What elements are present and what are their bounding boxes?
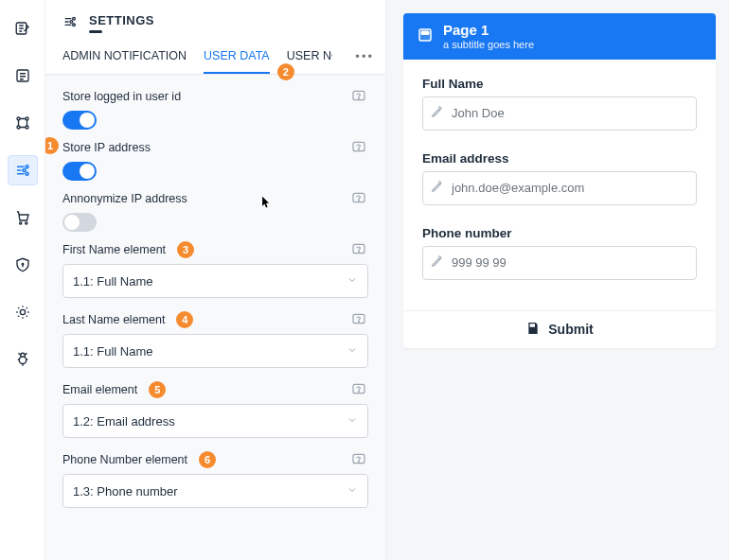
svg-point-8	[26, 172, 28, 175]
svg-point-9	[19, 222, 21, 224]
settings-tabs: ADMIN NOTIFICATION USER DATA 2 USER NOTI…	[45, 39, 385, 75]
svg-point-16	[73, 24, 76, 26]
pen-icon	[431, 254, 444, 271]
help-icon[interactable]	[351, 190, 368, 207]
svg-point-30	[359, 461, 360, 462]
badge-3: 3	[177, 241, 194, 258]
svg-point-28	[359, 391, 360, 392]
row-phone-element: Phone Number element 6 1.3: Phone number	[62, 451, 368, 508]
rail-item-2[interactable]	[8, 61, 38, 91]
tab-user-data[interactable]: USER DATA 2	[204, 39, 270, 74]
rail-item-1[interactable]	[8, 13, 38, 44]
svg-point-5	[26, 126, 28, 129]
sliders-icon	[62, 14, 78, 32]
label-full-name: Full Name	[422, 77, 697, 91]
rail-item-3[interactable]	[8, 108, 38, 138]
badge-2: 2	[277, 63, 294, 80]
input-full-name[interactable]: John Doe	[422, 96, 697, 131]
input-phone-placeholder: 999 99 99	[452, 255, 507, 270]
badge-1: 1	[45, 137, 59, 154]
row-store-user-id: Store logged in user id	[62, 88, 368, 130]
pen-icon	[431, 180, 444, 196]
form-subtitle: a subtitle goes here	[443, 39, 534, 50]
svg-point-11	[22, 264, 24, 266]
chevron-down-icon	[347, 344, 358, 359]
svg-point-7	[23, 169, 26, 172]
rail-item-5[interactable]	[8, 202, 38, 233]
label-store-ip: Store IP address	[62, 141, 151, 154]
svg-point-14	[73, 17, 76, 20]
select-email-value: 1.2: Email address	[73, 414, 175, 429]
tabs-overflow[interactable]: •••	[349, 49, 380, 63]
label-anon-ip: Annonymize IP address	[62, 192, 187, 205]
select-phone-value: 1.3: Phone number	[73, 484, 178, 499]
form-body: Full Name John Doe Email address john.do…	[403, 60, 716, 310]
input-email[interactable]: john.doe@example.com	[422, 171, 697, 205]
badge-6: 6	[199, 451, 216, 468]
select-last-name-value: 1.1: Full Name	[73, 344, 153, 359]
input-email-placeholder: john.doe@example.com	[452, 181, 584, 195]
row-last-name: Last Name element 4 1.1: Full Name	[62, 311, 368, 368]
save-icon	[525, 321, 541, 339]
select-first-name[interactable]: 1.1: Full Name	[62, 264, 368, 298]
field-email: Email address john.doe@example.com	[422, 151, 697, 205]
rail-item-settings[interactable]	[8, 155, 38, 185]
help-icon[interactable]	[351, 88, 368, 105]
help-icon[interactable]	[351, 139, 368, 156]
svg-point-10	[25, 222, 27, 224]
row-first-name: First Name element 3 1.1: Full Name	[62, 241, 368, 298]
input-full-name-placeholder: John Doe	[452, 106, 505, 120]
settings-body: Store logged in user id 1 Store IP addre…	[45, 75, 385, 560]
select-email-element[interactable]: 1.2: Email address	[62, 404, 368, 438]
svg-point-4	[17, 126, 20, 129]
chevron-down-icon	[347, 414, 358, 429]
select-first-name-value: 1.1: Full Name	[73, 274, 153, 289]
chevron-down-icon	[347, 274, 358, 289]
label-store-user-id: Store logged in user id	[62, 90, 181, 103]
field-full-name: Full Name John Doe	[422, 77, 697, 131]
preview-panel: Page 1 a subtitle goes here Full Name Jo…	[386, 0, 729, 560]
svg-point-22	[359, 200, 360, 201]
submit-button[interactable]: Submit	[403, 310, 716, 348]
tab-admin-notification[interactable]: ADMIN NOTIFICATION	[62, 39, 187, 74]
help-icon[interactable]	[351, 451, 368, 468]
svg-point-12	[20, 309, 25, 314]
toggle-store-user-id[interactable]	[62, 111, 97, 130]
page-icon	[417, 26, 434, 46]
rail-item-8[interactable]	[8, 344, 38, 375]
svg-point-20	[359, 149, 360, 149]
select-phone-element[interactable]: 1.3: Phone number	[62, 474, 368, 508]
settings-panel: SETTINGS ADMIN NOTIFICATION USER DATA 2 …	[45, 0, 386, 560]
input-phone[interactable]: 999 99 99	[422, 246, 697, 280]
label-email-element: Email element	[62, 383, 137, 396]
help-icon[interactable]	[351, 241, 368, 258]
label-email: Email address	[422, 151, 697, 166]
row-store-ip: 1 Store IP address	[62, 139, 368, 181]
settings-title: SETTINGS	[89, 13, 154, 27]
rail-item-7[interactable]	[8, 297, 38, 327]
form-title: Page 1	[443, 23, 534, 39]
field-phone: Phone number 999 99 99	[422, 226, 697, 280]
sidebar-rail	[0, 0, 45, 560]
select-last-name[interactable]: 1.1: Full Name	[62, 334, 368, 368]
label-last-name: Last Name element	[62, 313, 165, 326]
svg-point-18	[359, 97, 360, 98]
form-header: Page 1 a subtitle goes here	[403, 13, 716, 60]
help-icon[interactable]	[351, 311, 368, 328]
row-anon-ip: Annonymize IP address	[62, 190, 368, 232]
svg-rect-13	[19, 357, 27, 364]
badge-4: 4	[176, 311, 193, 328]
label-phone: Phone number	[422, 226, 697, 240]
help-icon[interactable]	[351, 381, 368, 398]
label-first-name: First Name element	[62, 243, 166, 256]
svg-point-26	[359, 321, 360, 322]
toggle-anon-ip[interactable]	[62, 213, 97, 232]
tab-user-data-label: USER DATA	[204, 49, 270, 62]
badge-5: 5	[149, 381, 166, 398]
settings-title-underline	[89, 30, 102, 33]
svg-point-2	[17, 117, 20, 120]
toggle-store-ip[interactable]	[62, 162, 97, 181]
chevron-down-icon	[347, 484, 358, 499]
svg-point-24	[359, 251, 360, 252]
rail-item-6[interactable]	[8, 250, 38, 280]
